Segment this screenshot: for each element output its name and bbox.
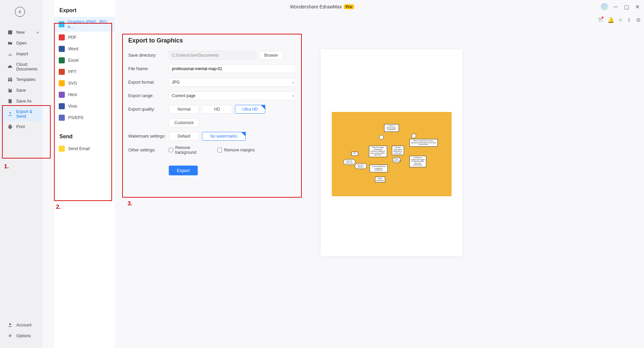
bell-icon[interactable]: 🔔 — [608, 17, 614, 23]
export-word[interactable]: Word — [54, 43, 115, 55]
templates-icon — [7, 77, 13, 82]
send-email[interactable]: Send Email — [54, 143, 115, 154]
maximize-button[interactable]: ▢ — [623, 3, 630, 10]
send-email-label: Send Email — [68, 146, 90, 151]
html-file-icon — [59, 92, 65, 98]
nav-export-send[interactable]: Export & Send — [0, 107, 43, 121]
nav-open-label: Open — [16, 41, 27, 46]
watermark-none[interactable]: No watermarks — [202, 132, 246, 141]
other-label: Other settings: — [128, 148, 169, 152]
export-graphics[interactable]: Graphics (PNG, JPG e... — [54, 17, 115, 32]
save-dir-input — [169, 51, 257, 60]
remove-bg-input[interactable] — [169, 148, 173, 152]
ps-file-icon — [59, 115, 65, 121]
format-label: Export format: — [128, 80, 169, 85]
nav-account[interactable]: Account — [0, 320, 43, 330]
plus-square-icon — [7, 30, 13, 35]
svg-rect-0 — [8, 30, 12, 34]
avatar[interactable] — [601, 3, 608, 10]
nav-print-label: Print — [16, 124, 25, 129]
remove-margins-checkbox[interactable]: Remove margins — [217, 145, 258, 155]
filename-input[interactable] — [169, 64, 297, 73]
browse-button[interactable]: Browse — [259, 51, 283, 60]
word-file-icon — [59, 46, 65, 52]
nav-save-as[interactable]: Save As — [0, 96, 43, 107]
range-label: Export range: — [128, 93, 169, 98]
export-ps[interactable]: PS/EPS — [54, 112, 115, 123]
nav-cloud-documents[interactable]: Cloud Documents — [0, 59, 43, 74]
export-visio-label: Visio — [68, 104, 77, 109]
range-value: Current page — [172, 93, 195, 98]
export-visio[interactable]: Visio — [54, 100, 115, 112]
remove-margins-text: Remove margins — [224, 148, 255, 152]
export-word-label: Word — [68, 47, 78, 51]
pdf-file-icon — [59, 34, 65, 40]
help-icon[interactable]: ?⃝ — [598, 17, 603, 23]
nav-new[interactable]: New + — [0, 27, 43, 38]
quality-label: Export quality: — [128, 107, 169, 112]
export-html[interactable]: Html — [54, 89, 115, 100]
nav-templates[interactable]: Templates — [0, 74, 43, 85]
nav-exportsend-label: Export & Send — [16, 109, 39, 119]
nav-account-label: Account — [16, 323, 31, 327]
nav-open[interactable]: Open — [0, 38, 43, 49]
print-icon — [7, 124, 13, 129]
export-pdf[interactable]: PDF — [54, 32, 115, 43]
svg-rect-3 — [10, 79, 12, 82]
pro-badge: Pro — [344, 4, 354, 9]
close-button[interactable]: ✕ — [634, 3, 641, 10]
export-svg[interactable]: SVG — [54, 78, 115, 89]
sidebar-main: New + Open Import Cloud Documents Templa… — [0, 0, 43, 348]
export-ppt-label: PPT — [68, 69, 76, 74]
nav-import-label: Import — [16, 52, 28, 56]
nav-new-label: New — [16, 30, 25, 35]
quality-normal[interactable]: Normal — [169, 105, 199, 114]
nav-print[interactable]: Print — [0, 121, 43, 132]
nav-cloud-label: Cloud Documents — [16, 62, 39, 71]
minimize-button[interactable]: ─ — [612, 3, 619, 10]
ppt-file-icon — [59, 69, 65, 75]
quality-uhd[interactable]: Ultra HD — [235, 105, 265, 114]
export-excel-label: Excel — [68, 58, 79, 63]
app-title: Wondershare EdrawMax — [290, 4, 342, 9]
save-as-icon — [7, 98, 13, 104]
save-icon — [7, 88, 13, 93]
secondary-toolbar: ?⃝ 🔔 ⌗ ⇪ ⚙ — [598, 17, 641, 23]
cloud-icon — [7, 64, 13, 69]
nav-import[interactable]: Import — [0, 49, 43, 59]
nav-templates-label: Templates — [16, 77, 35, 82]
export-html-label: Html — [68, 92, 77, 97]
watermark-default[interactable]: Default — [169, 132, 199, 141]
format-value: JPG — [172, 80, 180, 85]
back-button[interactable] — [15, 7, 25, 17]
visio-file-icon — [59, 103, 65, 109]
svg-point-4 — [9, 323, 11, 325]
export-ppt[interactable]: PPT — [54, 66, 115, 78]
import-icon — [7, 51, 13, 57]
export-panel: Export to Graphics Save directory: Brows… — [128, 37, 297, 180]
preview-image: Is there a performance complaint? Skip t… — [332, 112, 452, 196]
nav-save[interactable]: Save — [0, 85, 43, 96]
nav-save-label: Save — [16, 88, 26, 93]
export-graphics-label: Graphics (PNG, JPG e... — [68, 20, 110, 29]
export-button[interactable]: Export — [169, 166, 198, 175]
remove-bg-text: Remove background — [175, 145, 209, 155]
folder-icon — [7, 40, 13, 46]
quality-hd[interactable]: HD — [202, 105, 232, 114]
share-icon[interactable]: ⇪ — [627, 17, 631, 23]
preview-pane: Is there a performance complaint? Skip t… — [321, 49, 462, 256]
settings-icon[interactable]: ⚙ — [636, 17, 641, 23]
annotation-label-1: 1. — [4, 163, 9, 170]
nav-saveas-label: Save As — [16, 99, 32, 104]
quality-customize[interactable]: Customize — [169, 118, 199, 127]
remove-margins-input[interactable] — [217, 148, 222, 152]
nav-options[interactable]: Options — [0, 330, 43, 341]
range-select[interactable]: Current page — [169, 91, 297, 100]
format-select[interactable]: JPG — [169, 78, 297, 87]
app-title-area: Wondershare EdrawMax Pro — [290, 4, 354, 9]
nav-options-label: Options — [16, 334, 31, 338]
export-excel[interactable]: Excel — [54, 55, 115, 66]
save-dir-label: Save directory: — [128, 53, 169, 58]
apps-icon[interactable]: ⌗ — [619, 17, 622, 23]
remove-bg-checkbox[interactable]: Remove background — [169, 145, 209, 155]
